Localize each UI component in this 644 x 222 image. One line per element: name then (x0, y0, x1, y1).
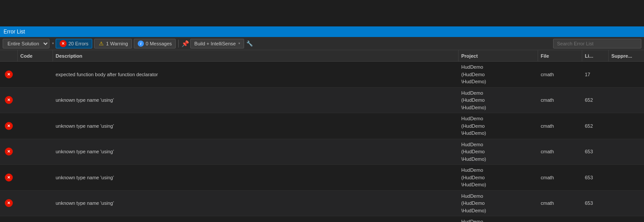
error-icon (5, 148, 13, 155)
cell-line: 653 (582, 147, 609, 156)
toolbar: Entire Solution ▾ 20 Errors ⚠ 1 Warning … (0, 37, 644, 50)
table-row[interactable]: unknown type name 'using'HudDemo(HudDemo… (0, 191, 644, 217)
scope-dropdown-arrow: ▾ (52, 41, 54, 45)
cell-code (18, 98, 53, 102)
cell-description: unknown type name 'using' (53, 173, 459, 182)
cell-line: 653 (582, 199, 609, 207)
cell-line: 652 (582, 96, 609, 104)
cell-line: 653 (582, 173, 609, 182)
errors-label: 20 Errors (68, 41, 88, 46)
cell-suppress (609, 124, 644, 128)
cell-description: expected function body after function de… (53, 70, 459, 79)
cell-file: cmath (538, 147, 582, 156)
panel-title: Error List (4, 29, 25, 35)
separator-1 (178, 40, 179, 48)
cell-file: cmath (538, 173, 582, 182)
row-icon-cell (0, 122, 18, 130)
cell-description: unknown type name 'using' (53, 122, 459, 130)
pin-icon: 📌 (181, 40, 188, 47)
error-icon-inner (6, 71, 12, 78)
error-icon (60, 40, 67, 47)
error-icon (5, 122, 13, 130)
cell-project: HudDemo(HudDemo\HudDemo) (459, 165, 538, 190)
error-icon-inner (6, 200, 12, 207)
cell-project: HudDemo(HudDemo\HudDemo) (459, 191, 538, 216)
error-list-panel: Error List Entire Solution ▾ 20 Errors ⚠… (0, 26, 644, 222)
error-icon-inner (6, 96, 12, 104)
panel-title-bar: Error List (0, 26, 644, 37)
build-filter-button[interactable]: Build + IntelliSense ▾ (190, 39, 244, 48)
cell-suppress (609, 98, 644, 102)
error-icon (5, 174, 13, 181)
column-headers: Code Description Project File Li... Supp… (0, 50, 644, 62)
errors-button[interactable]: 20 Errors (56, 39, 92, 48)
table-row[interactable]: expected function body after function de… (0, 62, 644, 88)
cell-line: 17 (582, 70, 609, 79)
cell-description: unknown type name 'using' (53, 96, 459, 104)
error-icon-inner (6, 122, 12, 130)
warnings-button[interactable]: ⚠ 1 Warning (94, 39, 132, 48)
table-row[interactable]: unknown type name 'using'HudDemo(HudDemo… (0, 216, 644, 222)
cell-file: cmath (538, 122, 582, 130)
col-header-file[interactable]: File (538, 50, 582, 61)
cell-suppress (609, 73, 644, 76)
col-header-suppress[interactable]: Suppre... (609, 50, 644, 61)
col-header-project[interactable]: Project (459, 50, 538, 61)
error-icon (5, 96, 13, 104)
table-row[interactable]: unknown type name 'using'HudDemo(HudDemo… (0, 165, 644, 191)
build-filter-arrow: ▾ (238, 41, 240, 45)
table-row[interactable]: unknown type name 'using'HudDemo(HudDemo… (0, 113, 644, 139)
row-icon-cell (0, 174, 18, 181)
cell-code (18, 201, 53, 205)
cell-line: 652 (582, 122, 609, 130)
cell-code (18, 73, 53, 76)
error-icon (5, 70, 13, 78)
error-icon (5, 199, 13, 207)
error-rows: expected function body after function de… (0, 62, 644, 222)
scope-select[interactable]: Entire Solution (3, 39, 49, 48)
cell-project: HudDemo(HudDemo\HudDemo) (459, 113, 538, 139)
messages-label: 0 Messages (146, 41, 172, 46)
cell-code (18, 176, 53, 179)
cell-code (18, 124, 53, 128)
cell-project: HudDemo(HudDemo\HudDemo) (459, 216, 538, 222)
error-icon-inner (6, 174, 12, 181)
cell-code (18, 150, 53, 153)
build-filter-label: Build + IntelliSense (194, 41, 236, 46)
warning-icon: ⚠ (98, 41, 104, 47)
info-icon: i (138, 41, 144, 47)
cell-file: cmath (538, 96, 582, 104)
row-icon-cell (0, 96, 18, 104)
col-header-description[interactable]: Description (53, 50, 459, 61)
cell-file: cmath (538, 70, 582, 79)
col-header-line[interactable]: Li... (582, 50, 609, 61)
row-icon-cell (0, 70, 18, 78)
cell-suppress (609, 201, 644, 205)
cell-description: unknown type name 'using' (53, 199, 459, 207)
row-icon-cell (0, 148, 18, 155)
table-row[interactable]: unknown type name 'using'HudDemo(HudDemo… (0, 139, 644, 165)
search-input[interactable] (553, 39, 641, 48)
row-icon-cell (0, 199, 18, 207)
filter-icon[interactable]: 🔧 (246, 40, 253, 47)
cell-project: HudDemo(HudDemo\HudDemo) (459, 139, 538, 165)
cell-suppress (609, 176, 644, 179)
cell-suppress (609, 150, 644, 153)
cell-project: HudDemo(HudDemo\HudDemo) (459, 62, 538, 87)
col-header-code[interactable]: Code (18, 50, 53, 61)
cell-file: cmath (538, 199, 582, 207)
top-bar (0, 0, 644, 26)
error-icon-inner (6, 148, 12, 155)
cell-description: unknown type name 'using' (53, 147, 459, 156)
col-header-icon (0, 50, 18, 61)
messages-button[interactable]: i 0 Messages (134, 39, 176, 48)
table-row[interactable]: unknown type name 'using'HudDemo(HudDemo… (0, 88, 644, 114)
warnings-label: 1 Warning (106, 41, 128, 46)
cell-project: HudDemo(HudDemo\HudDemo) (459, 88, 538, 113)
